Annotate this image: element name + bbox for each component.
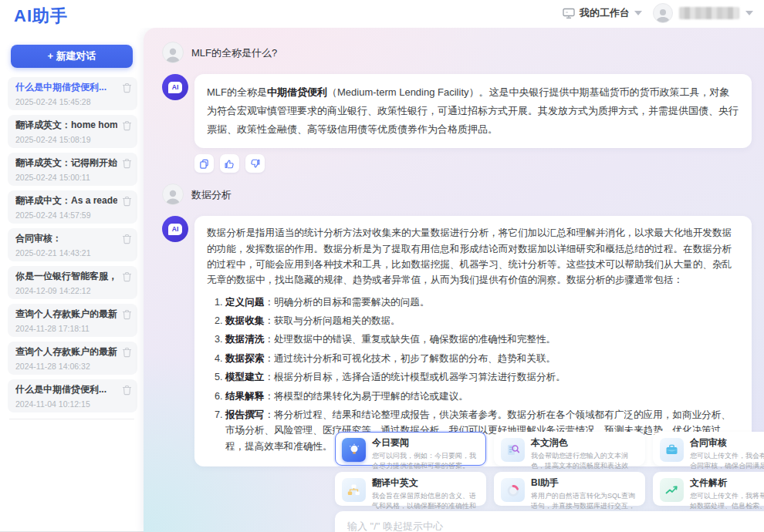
delete-conversation-icon[interactable]	[122, 234, 132, 244]
thumbs-up-button[interactable]	[220, 154, 239, 173]
workspace-label: 我的工作台	[580, 6, 630, 20]
copy-button[interactable]	[194, 154, 214, 173]
delete-conversation-icon[interactable]	[122, 158, 132, 169]
conversation-title: 合同审核：	[15, 232, 117, 245]
briefcase-icon	[660, 438, 684, 462]
delete-conversation-icon[interactable]	[122, 347, 132, 358]
top-header: AI助手 我的工作台	[0, 0, 764, 28]
chat-panel: MLF的全称是什么? AI MLF的全称是中期借贷便利（Medium-term …	[144, 28, 764, 532]
ai-avatar: AI	[162, 216, 188, 242]
ai-answer-bold: 中期借贷便利	[267, 86, 327, 98]
conversation-item[interactable]: 翻译成英文：记得刚开始... 2025-02-24 15:00:11	[8, 153, 137, 186]
thumbs-down-button[interactable]	[245, 154, 265, 173]
message-input[interactable]	[347, 520, 764, 532]
ai-message: AI MLF的全称是中期借贷便利（Medium-term Lending Fac…	[162, 74, 752, 148]
delete-conversation-icon[interactable]	[122, 82, 132, 93]
conversation-time: 2024-12-09 14:22:12	[15, 286, 117, 295]
ai-answer-text: MLF的全称是	[207, 86, 267, 98]
list-item: 数据探索：通过统计分析和可视化技术，初步了解数据的分布、趋势和关联。	[225, 351, 739, 366]
conversation-title: 你是一位银行智能客服，...	[15, 270, 117, 283]
user-name-redacted	[679, 7, 739, 19]
list-item: 定义问题：明确分析的目标和需要解决的问题。	[225, 295, 739, 310]
card-text-polish[interactable]: 本文润色 我会帮助您进行您输入的文本润色，提高文本的流畅度和表达效果。	[494, 432, 645, 466]
doc-magnifier-icon	[501, 438, 525, 462]
list-item: 模型建立：根据分析目标，选择合适的统计模型或机器学习算法进行数据分析。	[225, 369, 739, 385]
sidebar-divider	[9, 419, 134, 419]
conversation-sidebar: + 新建对话 什么是中期借贷便利... 2025-02-24 15:45:28 …	[0, 28, 144, 532]
ai-message-bubble: MLF的全称是中期借贷便利（Medium-term Lending Facili…	[194, 74, 752, 148]
conversation-time: 2025-02-24 15:45:28	[15, 97, 117, 106]
card-title: 翻译中英文	[372, 477, 479, 490]
conversation-time: 2025-02-24 15:08:19	[15, 135, 117, 144]
app-logo: AI助手	[14, 5, 68, 28]
user-avatar	[653, 3, 673, 23]
conversation-item[interactable]: 查询个人存款账户的最新... 2024-11-28 14:06:32	[8, 342, 137, 375]
conversation-item[interactable]: 合同审核： 2025-02-21 14:43:21	[8, 228, 137, 261]
card-desc: 您可以问我，例如：今日要闻，我会尽力提供准确和可靠的答案。	[372, 451, 479, 471]
delete-conversation-icon[interactable]	[122, 196, 132, 207]
conversation-title: 什么是中期借贷便利...	[15, 383, 117, 396]
message-actions	[194, 154, 752, 173]
conversation-time: 2025-02-24 14:57:59	[15, 210, 117, 220]
user-avatar	[162, 184, 184, 205]
ai-avatar: AI	[162, 74, 188, 100]
translate-nodes-icon	[342, 478, 366, 502]
conversation-title: 查询个人存款账户的最新...	[15, 345, 117, 359]
trend-arrow-icon	[660, 478, 684, 502]
card-file-parse[interactable]: 文件解析 您可以上传文件，我将帮助您进行如数据处理、信息检索、自动化办公等。	[653, 472, 764, 506]
user-message-text: 数据分析	[191, 188, 232, 202]
card-title: BI助手	[531, 477, 638, 490]
conversation-title: 什么是中期借贷便利...	[15, 81, 117, 94]
delete-conversation-icon[interactable]	[122, 120, 132, 131]
conversation-time: 2024-11-28 17:18:11	[15, 324, 117, 333]
donut-chart-icon	[501, 478, 525, 502]
list-item: 数据收集：获取与分析问题相关的数据。	[225, 313, 739, 328]
chevron-down-icon	[634, 11, 642, 15]
card-title: 合同审核	[690, 437, 764, 450]
quick-actions: 今日要闻 您可以问我，例如：今日要闻，我会尽力提供准确和可靠的答案。 本文润色 …	[335, 432, 764, 506]
conversation-list: 什么是中期借贷便利... 2025-02-24 15:45:28 翻译成英文：h…	[0, 77, 144, 412]
conversation-time: 2024-11-04 10:12:15	[15, 399, 117, 409]
ai-message-bubble: 数据分析是指用适当的统计分析方法对收集来的大量数据进行分析，将它们加以汇总和理解…	[194, 216, 752, 466]
ai-message: AI 数据分析是指用适当的统计分析方法对收集来的大量数据进行分析，将它们加以汇总…	[162, 216, 752, 466]
user-avatar	[162, 42, 184, 63]
card-contract-review[interactable]: 合同审核 您可以上传文件，我会有效地进行合同审核，确保合同满足您的业务需求。	[653, 432, 764, 466]
user-message-text: MLF的全称是什么?	[191, 46, 277, 60]
chevron-down-icon	[745, 11, 753, 15]
card-title: 文件解析	[690, 477, 764, 490]
conversation-title: 翻译成中文：As a reader...	[15, 194, 117, 207]
delete-conversation-icon[interactable]	[122, 309, 132, 320]
card-translate[interactable]: 翻译中英文 我会旨在保留原始信息的含义、语气和风格，以确保翻译的准确性和自然流畅…	[335, 472, 486, 506]
card-daily-news[interactable]: 今日要闻 您可以问我，例如：今日要闻，我会尽力提供准确和可靠的答案。	[335, 432, 486, 466]
conversation-item[interactable]: 翻译成英文：home home 2025-02-24 15:08:19	[8, 115, 137, 148]
conversation-item[interactable]: 你是一位银行智能客服，... 2024-12-09 14:22:12	[8, 266, 137, 299]
list-item: 结果解释：将模型的结果转化为易于理解的结论或建议。	[225, 389, 739, 404]
card-title: 本文润色	[531, 437, 638, 450]
delete-conversation-icon[interactable]	[122, 385, 132, 396]
user-account-menu[interactable]	[653, 3, 753, 23]
conversation-item[interactable]: 查询个人存款账户的最新... 2024-11-28 17:18:11	[8, 304, 137, 337]
user-message: 数据分析	[162, 184, 752, 205]
delete-conversation-icon[interactable]	[122, 271, 132, 282]
conversation-item[interactable]: 什么是中期借贷便利... 2025-02-24 15:45:28	[8, 77, 137, 110]
conversation-title: 查询个人存款账户的最新...	[15, 308, 117, 321]
workspace-menu[interactable]: 我的工作台	[563, 6, 642, 20]
conversation-item[interactable]: 什么是中期借贷便利... 2024-11-04 10:12:15	[8, 379, 137, 412]
conversation-time: 2025-02-24 15:00:11	[15, 173, 117, 182]
monitor-icon	[563, 8, 575, 19]
list-item: 数据清洗：处理数据中的错误、重复或缺失值，确保数据的准确性和完整性。	[225, 332, 739, 347]
card-title: 今日要闻	[372, 437, 479, 450]
chat-thread: MLF的全称是什么? AI MLF的全称是中期借贷便利（Medium-term …	[162, 35, 752, 466]
ai-answer-intro: 数据分析是指用适当的统计分析方法对收集来的大量数据进行分析，将它们加以汇总和理解…	[207, 227, 732, 285]
analysis-steps-list: 定义问题：明确分析的目标和需要解决的问题。 数据收集：获取与分析问题相关的数据。…	[207, 295, 739, 455]
card-bi-assistant[interactable]: BI助手 将用户的自然语言转化为SQL查询语句，并直接与数据库进行交互，返回智能…	[494, 472, 645, 506]
user-message: MLF的全称是什么?	[162, 42, 752, 63]
new-chat-button[interactable]: + 新建对话	[11, 45, 133, 68]
conversation-title: 翻译成英文：记得刚开始...	[15, 157, 117, 170]
message-composer	[335, 511, 764, 532]
conversation-title: 翻译成英文：home home	[15, 119, 117, 132]
conversation-time: 2025-02-21 14:43:21	[15, 248, 117, 258]
conversation-time: 2024-11-28 14:06:32	[15, 362, 117, 371]
bulb-icon	[342, 438, 366, 462]
conversation-item[interactable]: 翻译成中文：As a reader... 2025-02-24 14:57:59	[8, 190, 137, 224]
